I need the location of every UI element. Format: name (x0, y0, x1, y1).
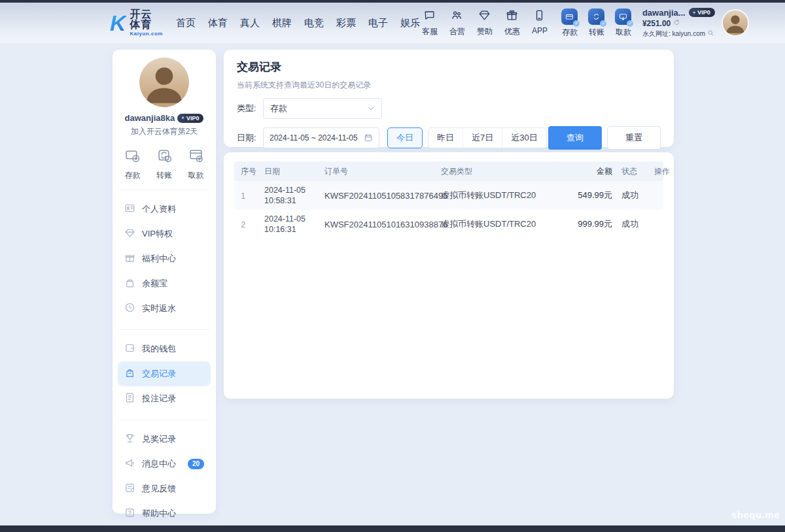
sidebar-withdraw-action[interactable]: 取款 (188, 148, 204, 181)
logo-en-text: Kaiyun.com (130, 31, 163, 37)
user-name[interactable]: dawanjia... (642, 8, 686, 18)
sidebar-deposit-action[interactable]: 存款 (124, 148, 141, 181)
cell-status: 成功 (621, 190, 654, 201)
cell-status: 成功 (621, 218, 654, 230)
sidebar-menu-group-1: 个人资料 VIP特权 福利中心 余额宝 实时返水 (113, 194, 216, 321)
user-avatar[interactable] (722, 9, 749, 37)
range-today-button[interactable]: 今日 (387, 127, 423, 148)
sidebar-item-help[interactable]: 帮助中心 (118, 501, 211, 526)
partners-link[interactable]: 合营 (447, 9, 467, 37)
sidebar-item-yuebao[interactable]: 余额宝 (118, 271, 211, 296)
sidebar-item-transactions[interactable]: 交易记录 (118, 361, 211, 386)
service-link[interactable]: 客服 (420, 9, 440, 37)
logo-cn-text: 开云体育 (130, 9, 163, 30)
range-30days-button[interactable]: 近30日 (502, 128, 546, 148)
nav-item-sports[interactable]: 体育 (208, 17, 228, 29)
search-icon[interactable] (707, 29, 714, 38)
prize-records-icon (124, 433, 135, 446)
partners-icon (451, 9, 463, 24)
chevron-down-icon (367, 105, 375, 112)
user-info: dawanjia... VIP0 ¥251.00 永久网址: kaiyun.co… (642, 8, 715, 39)
deposit-card-icon (561, 8, 578, 25)
sidebar-quick-actions: 存款 转账 取款 (113, 148, 216, 181)
sidebar-item-wallet[interactable]: 我的钱包 (118, 337, 211, 361)
nav-item-lottery[interactable]: 彩票 (336, 17, 356, 29)
sidebar-menu-group-3: 兑奖记录 消息中心 20 意见反馈 帮助中心 (113, 424, 216, 526)
sidebar-item-rebate[interactable]: 实时返水 (118, 296, 211, 321)
sponsor-link[interactable]: 赞助 (475, 9, 495, 37)
sidebar-menu-group-2: 我的钱包 交易记录 投注记录 (113, 334, 216, 411)
cell-order-no: KWSF202411051016310938876 (324, 220, 441, 229)
cell-amount: 999.99元 (564, 218, 621, 230)
cell-type: 虚拟币转账USDT/TRC20 (441, 190, 564, 201)
table-row: 1 2024-11-05 10:58:31 KWSF20241105105831… (234, 181, 663, 210)
type-label: 类型: (237, 103, 263, 114)
sidebar-item-vip[interactable]: VIP特权 (118, 222, 211, 246)
date-range-input[interactable]: 2024-11-05 ~ 2024-11-05 (263, 127, 379, 148)
nav-item-cards[interactable]: 棋牌 (272, 17, 292, 29)
transfer-icon (156, 148, 173, 167)
sidebar-item-bets[interactable]: 投注记录 (118, 386, 211, 411)
id-card-icon (124, 203, 135, 216)
divider (119, 190, 209, 190)
query-button[interactable]: 查询 (548, 126, 602, 150)
vip-badge: VIP0 (689, 8, 715, 17)
treasure-pot-icon (124, 277, 135, 290)
cell-amount: 549.99元 (564, 190, 621, 201)
table-row: 2 2024-11-05 10:16:31 KWSF20241105101631… (234, 210, 663, 239)
logo-k-mark: K (110, 12, 126, 34)
welfare-gift-icon (124, 252, 135, 265)
gem-icon (478, 9, 491, 24)
cell-type: 虚拟币转账USDT/TRC20 (441, 218, 564, 230)
phone-icon (533, 9, 546, 24)
range-yesterday-button[interactable]: 昨日 (428, 128, 462, 148)
bet-records-icon (124, 392, 135, 405)
col-status: 状态 (621, 166, 654, 177)
divider (119, 329, 209, 330)
sidebar-item-welfare[interactable]: 福利中心 (118, 246, 211, 271)
col-order: 订单号 (324, 166, 441, 177)
sidebar-item-feedback[interactable]: 意见反馈 (118, 476, 211, 501)
transfer-link[interactable]: 转账 (587, 8, 606, 38)
calendar-icon (364, 133, 373, 142)
refresh-balance-icon[interactable] (673, 19, 680, 28)
type-select[interactable]: 存款 (263, 98, 382, 119)
cell-date: 2024-11-05 10:16:31 (264, 214, 324, 235)
sidebar-vip-badge: VIP0 (177, 114, 203, 123)
site-logo[interactable]: K 开云体育 Kaiyun.com (110, 9, 163, 37)
cell-date: 2024-11-05 10:58:31 (264, 185, 324, 207)
nav-item-home[interactable]: 首页 (176, 17, 196, 29)
records-table-card: 序号 日期 订单号 交易类型 金额 状态 操作 1 2024-11-05 10:… (224, 152, 674, 399)
vip-diamond-icon (124, 227, 135, 241)
sidebar-username: dawanjia8ka (125, 113, 175, 123)
page-subtitle: 当前系统支持查询最近30日的交易记录 (237, 80, 661, 91)
promo-link[interactable]: 优惠 (502, 9, 522, 37)
col-no: 序号 (241, 166, 264, 177)
withdraw-link[interactable]: 取款 (614, 8, 633, 38)
sidebar-item-messages[interactable]: 消息中心 20 (118, 452, 211, 476)
nav-item-slots[interactable]: 电子 (368, 17, 388, 29)
gift-icon (506, 9, 518, 24)
wallet-icon (124, 342, 135, 356)
sidebar-transfer-action[interactable]: 转账 (156, 148, 173, 181)
page-title: 交易记录 (237, 59, 661, 75)
nav-item-entertainment[interactable]: 娱乐 (400, 17, 420, 29)
help-center-icon (124, 507, 135, 520)
nav-item-live[interactable]: 真人 (240, 17, 260, 29)
app-link[interactable]: APP (530, 9, 550, 37)
bottom-dark-strip (0, 525, 785, 532)
permanent-url-text: 永久网址: kaiyun.com (642, 29, 705, 39)
sidebar-avatar[interactable] (139, 58, 189, 107)
sidebar-item-prizes[interactable]: 兑奖记录 (118, 427, 211, 452)
range-7days-button[interactable]: 近7日 (462, 128, 502, 148)
nav-item-esports[interactable]: 电竞 (304, 17, 324, 29)
deposit-link[interactable]: 存款 (560, 8, 580, 38)
filters-card: 交易记录 当前系统支持查询最近30日的交易记录 类型: 存款 日期: 2024-… (224, 50, 674, 147)
sidebar-item-profile[interactable]: 个人资料 (118, 197, 211, 222)
col-date: 日期 (264, 166, 324, 177)
message-center-icon (124, 457, 135, 471)
transaction-records-icon (124, 367, 135, 380)
rebate-icon (124, 302, 135, 315)
feedback-icon (124, 482, 135, 495)
reset-button[interactable]: 重置 (607, 126, 661, 150)
